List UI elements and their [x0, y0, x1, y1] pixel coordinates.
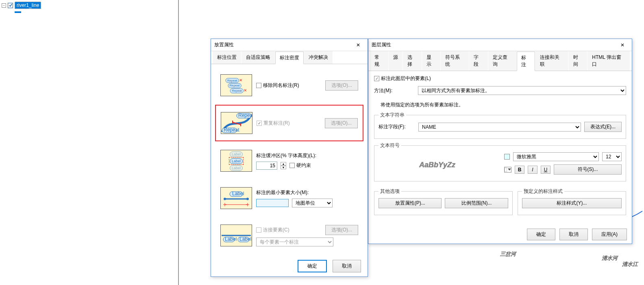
- min-feature-size-row: Label 标注的最小要素大小(M): 地图单位: [215, 180, 363, 216]
- repeat-label-options-button[interactable]: 选项(O)...: [325, 118, 358, 128]
- layer-symbol-swatch: [15, 11, 21, 13]
- font-size-select[interactable]: 12: [602, 152, 622, 161]
- layerprops-tabs: 常规 源 选择 显示 符号系统 字段 定义查询 标注 连接和关联 时间 HTML…: [368, 51, 632, 71]
- tab-time[interactable]: 时间: [569, 51, 587, 71]
- map-river-label: 清水江: [622, 261, 639, 267]
- cancel-button[interactable]: 取消: [559, 229, 588, 240]
- repeat-label-preview-icon: Repeat Repeat: [221, 112, 252, 134]
- tab-conflict[interactable]: 冲突解决: [304, 51, 333, 64]
- tab-symbology[interactable]: 符号系统: [441, 51, 469, 71]
- cancel-button[interactable]: 取消: [333, 260, 361, 272]
- tab-general[interactable]: 常规: [370, 51, 388, 71]
- hard-constraint-checkbox[interactable]: 硬约束: [289, 162, 311, 169]
- tab-fields[interactable]: 字段: [469, 51, 487, 71]
- tree-item[interactable]: − river1_line: [0, 0, 178, 11]
- svg-text:Label: Label: [225, 236, 237, 242]
- layer-tree-panel: − river1_line: [0, 0, 179, 285]
- map-river-label: 三岔河: [500, 251, 517, 257]
- connect-mode-select[interactable]: 每个要素一个标注: [256, 238, 333, 246]
- repeat-label-checkbox[interactable]: 重复标注(R): [257, 120, 321, 127]
- label-field-label: 标注字段(F):: [379, 123, 415, 130]
- expand-icon[interactable]: −: [2, 3, 6, 8]
- tab-selection[interactable]: 选择: [403, 51, 421, 71]
- font-icon: [504, 154, 510, 160]
- svg-text:Repeat: Repeat: [238, 112, 252, 118]
- tab-display[interactable]: 显示: [422, 51, 440, 71]
- connect-features-checkbox[interactable]: 连接要素(C): [256, 227, 289, 233]
- placement-properties-button[interactable]: 放置属性(P)...: [379, 198, 442, 208]
- font-family-select[interactable]: 微软雅黑: [513, 152, 599, 161]
- tab-fitting[interactable]: 自适应策略: [242, 51, 275, 64]
- svg-point-9: [246, 198, 249, 200]
- spinner-up-icon[interactable]: ▲: [281, 162, 286, 166]
- textsymbol-fieldset: 文本符号 AaBbYyZz 微软雅黑 12 B I U: [374, 142, 626, 181]
- min-size-unit-select[interactable]: 地图单位: [292, 199, 333, 207]
- font-sample: AaBbYyZz: [419, 161, 455, 169]
- svg-point-8: [224, 198, 226, 200]
- min-size-preview-icon: Label: [220, 187, 252, 209]
- remove-duplicate-checkbox[interactable]: 移除同名标注(R): [256, 82, 321, 89]
- other-options-fieldset: 其他选项 放置属性(P)... 比例范围(N)...: [374, 188, 513, 215]
- repeat-label-row: Repeat Repeat 重复标注(R) 选项(O)...: [215, 105, 363, 141]
- connect-features-row: Label Label 连接要素(C) 选项(O)... 每个要素一个标注: [215, 218, 363, 253]
- dialog-title: 放置属性: [214, 41, 234, 48]
- min-size-input[interactable]: [256, 199, 289, 207]
- expression-button[interactable]: 表达式(E)...: [584, 122, 622, 132]
- layer-properties-dialog: 图层属性 ✕ 常规 源 选择 显示 符号系统 字段 定义查询 标注 连接和关联 …: [368, 39, 632, 244]
- dialog-title: 图层属性: [372, 41, 391, 48]
- remove-duplicate-options-button[interactable]: 选项(O)...: [325, 80, 358, 91]
- connect-options-button[interactable]: 选项(O)...: [325, 225, 358, 235]
- tab-source[interactable]: 源: [389, 51, 402, 71]
- tab-html[interactable]: HTML 弹出窗口: [587, 51, 630, 71]
- dialog-titlebar[interactable]: 放置属性 ✕: [211, 39, 368, 51]
- map-river-label: 清水河: [601, 255, 619, 261]
- italic-button[interactable]: I: [528, 166, 537, 174]
- method-description: 将使用指定的选项为所有要素加标注。: [381, 101, 626, 108]
- tab-label-density[interactable]: 标注密度: [275, 52, 304, 64]
- layer-visibility-checkbox[interactable]: [8, 3, 13, 8]
- min-size-label: 标注的最小要素大小(M):: [256, 189, 358, 196]
- ok-button[interactable]: 确定: [527, 229, 555, 240]
- placement-tabs: 标注位置 自适应策略 标注密度 冲突解决: [211, 51, 368, 64]
- buffer-label: 标注缓冲区(% 字体高度)(L):: [256, 152, 358, 159]
- scale-range-button[interactable]: 比例范围(N)...: [445, 198, 508, 208]
- method-label: 方法(M):: [374, 87, 415, 94]
- tab-joins[interactable]: 连接和关联: [535, 51, 568, 71]
- textstring-fieldset: 文本字符串 标注字段(F): NAME 表达式(E)...: [374, 112, 626, 139]
- ok-button[interactable]: 确定: [298, 260, 327, 272]
- label-styles-button[interactable]: 标注样式(Y)...: [522, 198, 622, 208]
- close-icon[interactable]: ✕: [352, 40, 364, 50]
- enable-labels-checkbox[interactable]: 标注此图层中的要素(L): [374, 75, 626, 82]
- buffer-value-input[interactable]: [256, 162, 277, 170]
- tab-defquery[interactable]: 定义查询: [488, 51, 516, 71]
- layer-name[interactable]: river1_line: [15, 2, 41, 9]
- label-field-select[interactable]: NAME: [418, 123, 581, 132]
- remove-duplicate-preview-icon: Repeat✕ Repeat Repeat✕: [220, 74, 252, 96]
- placement-properties-dialog: 放置属性 ✕ 标注位置 自适应策略 标注密度 冲突解决 Repeat✕ Repe…: [211, 39, 368, 277]
- connect-preview-icon: Label Label: [220, 225, 252, 246]
- close-icon[interactable]: ✕: [616, 40, 629, 50]
- underline-button[interactable]: U: [541, 166, 550, 174]
- dialog-titlebar[interactable]: 图层属性 ✕: [368, 39, 632, 51]
- apply-button[interactable]: 应用(A): [592, 229, 627, 240]
- symbol-button[interactable]: 符号(S)...: [554, 164, 622, 175]
- label-buffer-preview-icon: Label Label Label: [220, 150, 252, 172]
- svg-text:Label: Label: [232, 191, 244, 196]
- label-buffer-row: Label Label Label 标注缓冲区(% 字体高度)(L): ▲ ▼ …: [215, 143, 363, 179]
- bold-button[interactable]: B: [515, 166, 524, 174]
- tab-labels[interactable]: 标注: [517, 52, 535, 71]
- remove-duplicate-row: Repeat✕ Repeat Repeat✕ 移除同名标注(R) 选项(O)..…: [215, 67, 363, 103]
- svg-text:Label: Label: [239, 236, 251, 242]
- svg-text:Repeat: Repeat: [224, 127, 239, 133]
- label-method-select[interactable]: 以相同方式为所有要素加标注。: [418, 86, 626, 95]
- tab-label-position[interactable]: 标注位置: [213, 51, 241, 64]
- spinner-down-icon[interactable]: ▼: [281, 166, 286, 169]
- font-color-picker[interactable]: [504, 167, 511, 173]
- predefined-styles-fieldset: 预定义的标注样式 标注样式(Y)...: [518, 188, 626, 215]
